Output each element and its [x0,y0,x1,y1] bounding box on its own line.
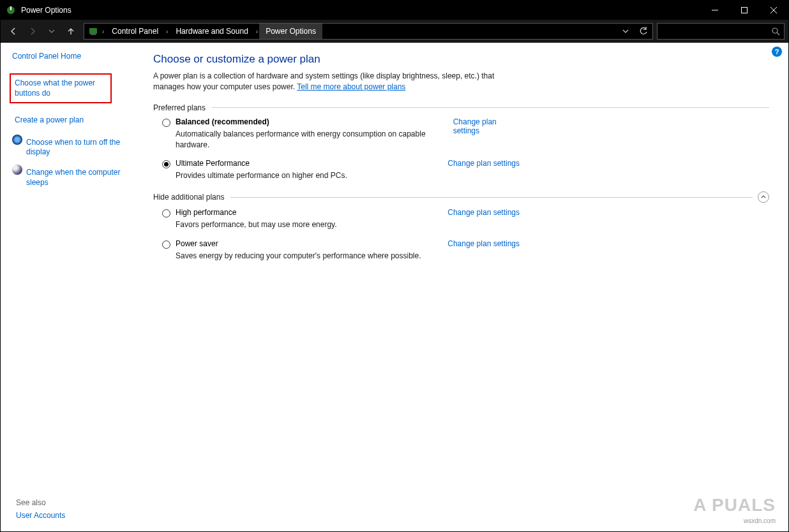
close-button[interactable] [759,1,788,20]
change-plan-settings-link[interactable]: Change plan settings [447,159,520,168]
titlebar: Power Options [1,1,788,20]
svg-rect-7 [91,34,96,35]
plan-description: Favors performance, but may use more ene… [176,219,435,230]
hide-additional-header[interactable]: Hide additional plans [153,191,769,203]
refresh-button[interactable] [635,24,652,39]
plan-description: Automatically balances performance with … [176,129,440,151]
see-also-header: See also [16,498,65,507]
svg-point-8 [772,28,778,33]
tell-me-more-link[interactable]: Tell me more about power plans [297,82,405,91]
plan-row: High performanceFavors performance, but … [162,208,520,230]
main-panel: Choose or customize a power plan A power… [138,43,788,531]
plan-name[interactable]: High performance [176,208,435,217]
see-also-user-accounts[interactable]: User Accounts [16,511,65,520]
moon-icon [12,165,22,175]
breadcrumb[interactable]: › Control Panel › Hardware and Sound › P… [84,23,653,40]
page-heading: Choose or customize a power plan [153,53,769,66]
plan-name[interactable]: Ultimate Performance [176,159,435,168]
content-area: ? Control Panel Home Choose what the pow… [1,43,788,531]
sidebar-link-sleep[interactable]: Change when the computer sleeps [26,168,138,188]
plan-row: Power saverSaves energy by reducing your… [162,239,520,262]
change-plan-settings-link[interactable]: Change plan settings [447,239,520,248]
svg-rect-6 [89,28,97,34]
chevron-right-icon[interactable]: › [165,28,169,35]
control-panel-home-link[interactable]: Control Panel Home [12,52,138,61]
plan-radio[interactable] [162,240,170,249]
chevron-right-icon[interactable]: › [255,28,259,35]
preferred-plans-label: Preferred plans [153,103,212,112]
plan-radio[interactable] [162,160,170,168]
back-button[interactable] [4,22,22,40]
page-description: A power plan is a collection of hardware… [153,71,511,93]
plan-radio[interactable] [162,119,170,127]
svg-line-9 [777,33,779,35]
breadcrumb-power-options[interactable]: Power Options [259,24,322,39]
plan-row: Balanced (recommended)Automatically bala… [162,117,520,151]
watermark-source: wsxdn.com [693,517,776,525]
plan-description: Saves energy by reducing your computer's… [176,251,435,262]
breadcrumb-history-button[interactable] [617,24,635,39]
sidebar-link-power-buttons[interactable]: Choose what the power buttons do [10,73,112,103]
maximize-button[interactable] [730,1,759,20]
change-plan-settings-link[interactable]: Change plan settings [453,117,497,135]
hide-additional-label: Hide additional plans [153,193,230,202]
search-icon [772,27,780,36]
svg-rect-1 [10,6,11,10]
minimize-button[interactable] [700,1,730,20]
up-button[interactable] [62,22,80,40]
sidebar: Control Panel Home Choose what the power… [1,43,138,531]
plan-radio[interactable] [162,209,170,218]
recent-locations-button[interactable] [43,22,61,40]
app-icon [6,5,16,15]
forward-button[interactable] [24,22,41,40]
see-also-section: See also User Accounts [16,498,65,520]
plan-description: Provides ultimate performance on higher … [176,170,435,181]
watermark-brand: A PUALS [693,494,776,517]
change-plan-settings-link[interactable]: Change plan settings [447,208,520,217]
navigation-bar: › Control Panel › Hardware and Sound › P… [1,20,788,43]
plan-row: Ultimate PerformanceProvides ultimate pe… [162,159,520,181]
window-title: Power Options [21,6,71,15]
watermark: A PUALS wsxdn.com [693,494,776,525]
preferred-plans-header: Preferred plans [153,103,769,112]
collapse-icon[interactable] [758,191,769,203]
breadcrumb-control-panel[interactable]: Control Panel [105,24,165,39]
chevron-right-icon[interactable]: › [101,28,105,35]
sidebar-link-turn-off-display[interactable]: Choose when to turn off the display [26,138,138,158]
sidebar-link-create-plan[interactable]: Create a power plan [12,114,86,128]
plan-name[interactable]: Power saver [176,239,435,248]
search-input[interactable] [657,23,785,40]
plan-name[interactable]: Balanced (recommended) [176,117,440,126]
breadcrumb-hardware-sound[interactable]: Hardware and Sound [169,24,254,39]
control-panel-icon [86,26,101,36]
monitor-icon [12,135,22,145]
svg-rect-3 [742,8,748,13]
